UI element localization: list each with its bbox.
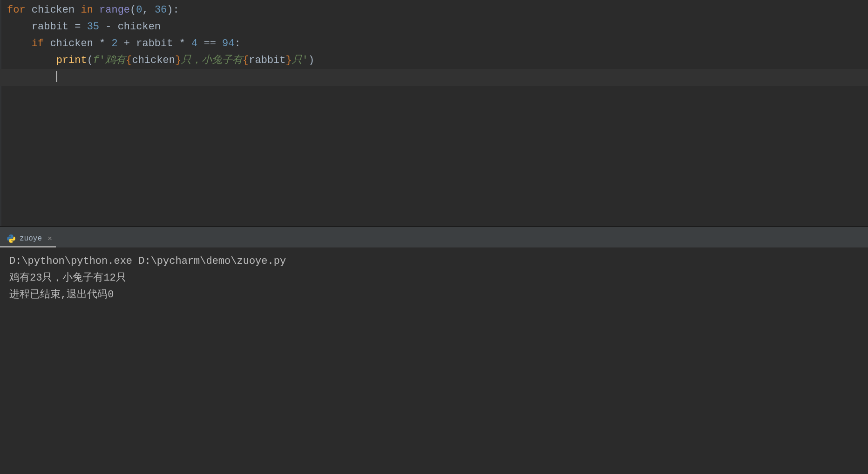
identifier: chicken <box>50 38 93 49</box>
number: 35 <box>87 21 99 33</box>
indent <box>7 71 56 83</box>
console-exit-line: 进程已结束,退出代码0 <box>9 287 859 303</box>
code-line-1[interactable]: for chicken in range(0, 36): <box>0 2 868 19</box>
fstring-var: rabbit <box>249 55 285 66</box>
operator: + <box>118 38 136 49</box>
number: 4 <box>191 38 197 49</box>
fstring-var: chicken <box>132 55 175 66</box>
python-icon <box>7 234 16 243</box>
run-console-panel: zuoye × D:\python\python.exe D:\pycharm\… <box>0 227 868 474</box>
paren: ) <box>167 4 173 16</box>
fstring-brace: { <box>243 55 249 66</box>
console-output-line: 鸡有23只，小兔子有12只 <box>9 270 859 287</box>
paren: ( <box>87 55 93 66</box>
string-text: 只，小兔子有 <box>181 55 243 66</box>
string-text: 只 <box>292 55 302 66</box>
console-output[interactable]: D:\python\python.exe D:\pycharm\demo\zuo… <box>0 247 868 474</box>
number: 36 <box>155 4 167 16</box>
space <box>44 38 50 49</box>
operator: - <box>99 21 118 33</box>
builtin-print: print <box>56 55 87 66</box>
code-line-2[interactable]: rabbit = 35 - chicken <box>0 19 868 35</box>
fstring-brace: } <box>286 55 292 66</box>
string-quote: ' <box>99 55 105 66</box>
console-tab-zuoye[interactable]: zuoye × <box>2 230 57 247</box>
indent <box>7 21 32 33</box>
tab-active-indicator <box>0 246 56 247</box>
fstring-brace: } <box>175 55 181 66</box>
string-text: 鸡有 <box>105 55 126 66</box>
colon: : <box>235 38 241 49</box>
string-quote: ' <box>302 55 308 66</box>
number: 94 <box>222 38 234 49</box>
code-line-4[interactable]: print(f'鸡有{chicken}只，小兔子有{rabbit}只') <box>0 52 868 69</box>
identifier: rabbit <box>136 38 173 49</box>
identifier: chicken <box>118 21 161 33</box>
keyword-in: in <box>81 4 93 16</box>
identifier: chicken <box>32 4 75 16</box>
text-cursor <box>56 71 57 82</box>
keyword-for: for <box>7 4 26 16</box>
keyword-if: if <box>32 38 44 49</box>
gutter <box>0 0 1 226</box>
operator: * <box>93 38 112 49</box>
code-line-3[interactable]: if chicken * 2 + rabbit * 4 == 94: <box>0 35 868 52</box>
code-editor[interactable]: for chicken in range(0, 36): rabbit = 35… <box>0 0 868 226</box>
fstring-brace: { <box>126 55 132 66</box>
operator: = <box>68 21 87 33</box>
console-tab-label: zuoye <box>20 234 42 243</box>
colon: : <box>173 4 179 16</box>
number: 0 <box>136 4 142 16</box>
operator: == <box>197 38 222 49</box>
indent <box>7 38 32 49</box>
console-tab-bar: zuoye × <box>0 227 868 247</box>
paren: ) <box>308 55 314 66</box>
close-icon[interactable]: × <box>47 234 52 243</box>
string-prefix: f <box>93 55 99 66</box>
indent <box>7 55 56 66</box>
code-line-5-current[interactable] <box>0 69 868 86</box>
console-command-line: D:\python\python.exe D:\pycharm\demo\zuo… <box>9 253 859 270</box>
paren: ( <box>130 4 136 16</box>
operator: * <box>173 38 191 49</box>
number: 2 <box>111 38 117 49</box>
builtin-range: range <box>99 4 130 16</box>
comma: , <box>142 4 154 16</box>
identifier: rabbit <box>32 21 68 33</box>
